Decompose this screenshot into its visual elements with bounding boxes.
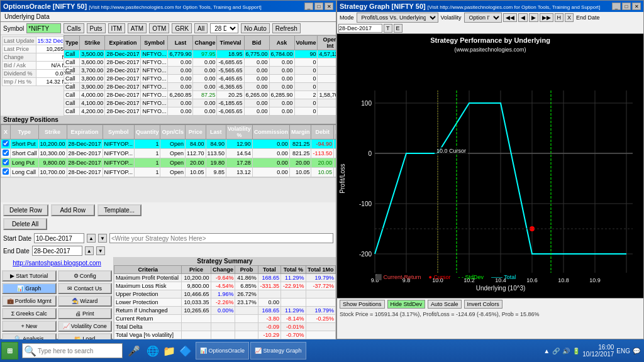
strat-margin: 821.25	[289, 149, 311, 158]
strat-x[interactable]	[1, 168, 11, 177]
taskbar: ⊞ 🔍 🎤 🌐 📁 🔷 📊 OptionsOracle 📈 Strategy G…	[0, 339, 644, 362]
grk-tab[interactable]: GRK	[172, 23, 192, 33]
start-date-up[interactable]: ▲	[87, 234, 96, 243]
start-date-input[interactable]	[34, 233, 84, 243]
url-link[interactable]: http://santoshpasi.blogspot.com	[1, 257, 113, 269]
new-button[interactable]: + New	[2, 321, 57, 332]
opt-openint: 0	[318, 58, 336, 67]
h-button[interactable]: H	[555, 13, 564, 22]
options-table-row[interactable]: Call 3,800.00 28-Dec-2017 NFTYO... 0.00 …	[64, 75, 336, 83]
invert-colors-button[interactable]: Invert Colors	[464, 300, 502, 309]
col-expiration: Expiration	[105, 36, 141, 50]
delete-all-button[interactable]: Delete All	[3, 218, 47, 230]
strat-x[interactable]	[1, 149, 11, 158]
config-button[interactable]: ⚙ Config	[58, 270, 113, 282]
atm-tab[interactable]: ATM	[128, 23, 147, 33]
start-tutorial-button[interactable]: ▶ Start Tutorial	[2, 270, 57, 282]
greeks-calc-button[interactable]: Σ Greeks Calc	[2, 308, 57, 319]
strat-x[interactable]	[1, 140, 11, 149]
end-date-up[interactable]: ▲	[85, 246, 94, 255]
prev-button[interactable]: ◀	[518, 13, 528, 22]
add-row-button[interactable]: Add Row	[51, 204, 95, 216]
summary-table-row: Maximum Profit Potential 10,200.00 -9.64…	[114, 274, 336, 282]
options-table-row[interactable]: Call 3,900.00 28-Dec-2017 NFTYO... 0.00 …	[64, 83, 336, 91]
opt-expiration: 28-Dec-2017	[105, 83, 141, 91]
taskbar-up-icon[interactable]: ▲	[543, 348, 550, 354]
forward-button[interactable]: ▶▶	[540, 13, 553, 22]
refresh-button[interactable]: Refresh	[272, 23, 301, 33]
taskbar-store-icon[interactable]: 🔷	[178, 343, 193, 358]
strategy-table-row[interactable]: Long Call 10,700.00 28-Dec-2017 NIFTYOP.…	[1, 168, 336, 177]
right-restore-button[interactable]: □	[622, 3, 631, 10]
minimize-button[interactable]: _	[304, 3, 313, 10]
otm-tab[interactable]: OTM	[149, 23, 169, 33]
start-date-down[interactable]: ▼	[98, 234, 107, 243]
taskbar-volume-icon[interactable]: 🔊	[562, 348, 570, 354]
sum-prob	[235, 331, 258, 339]
sum-col-total1mo: Total 1Mo	[306, 266, 335, 274]
taskbar-options-oracle-app[interactable]: 📊 OptionsOracle	[196, 342, 249, 359]
date-select[interactable]: 28 Dec25 Jan22 Feb29 Mar26 Jun27 Dec	[210, 23, 238, 33]
graph-icon: 📊	[17, 285, 24, 292]
right-minimize-button[interactable]: _	[612, 3, 621, 10]
hide-stddev-button[interactable]: Hide StdDev	[387, 300, 426, 309]
right-close-button[interactable]: ✕	[632, 3, 641, 10]
print-button[interactable]: 🖨 Print	[58, 308, 113, 319]
template-button[interactable]: Template...	[97, 204, 142, 216]
calls-tab[interactable]: Calls	[64, 23, 84, 33]
end-date-down[interactable]: ▼	[96, 246, 105, 255]
svg-text:0: 0	[368, 150, 372, 157]
col-sym2: Symbol	[103, 125, 134, 140]
no-auto-button[interactable]: No Auto	[241, 23, 270, 33]
taskbar-ie-icon[interactable]: 🌐	[145, 343, 160, 358]
col-vol: Volatility %	[226, 125, 253, 140]
options-table-row[interactable]: Call 3,700.00 28-Dec-2017 NFTYO... 0.00 …	[64, 67, 336, 75]
rewind-button[interactable]: ◀◀	[503, 13, 517, 22]
maximize-button[interactable]: □	[314, 3, 323, 10]
taskbar-folder-icon[interactable]: 📁	[162, 343, 177, 358]
delete-row-button[interactable]: Delete Row	[3, 204, 48, 216]
auto-scale-button[interactable]: Auto Scale	[428, 300, 462, 309]
taskbar-notification-icon[interactable]: 💬	[633, 348, 640, 354]
strategy-table-row[interactable]: Short Put 10,200.00 28-Dec-2017 NIFTYOP.…	[1, 140, 336, 149]
puts-tab[interactable]: Puts	[87, 23, 106, 33]
sum-change: 1.96%	[211, 290, 235, 299]
strategy-table-container: X Type Strike Expiration Symbol Quantity…	[1, 124, 336, 177]
microphone-icon[interactable]: 🎤	[125, 345, 143, 357]
options-table-row[interactable]: Call 3,600.00 28-Dec-2017 NFTYO... 0.00 …	[64, 58, 336, 67]
end-date-input[interactable]	[32, 246, 82, 256]
itm-tab[interactable]: ITM	[108, 23, 125, 33]
options-table-row[interactable]: Call 4,100.00 28-Dec-2017 NFTYO... 0.00 …	[64, 99, 336, 107]
cursor-legend: ● Cursor	[429, 274, 451, 280]
t-button[interactable]: T	[384, 24, 392, 33]
options-table-row[interactable]: Call 4,200.00 28-Dec-2017 NFTYO... 0.00 …	[64, 107, 336, 116]
volatility-cone-button[interactable]: 📈 Volatility Cone	[58, 321, 113, 332]
strategy-table-row[interactable]: Long Put 9,800.00 28-Dec-2017 NIFTYOP...…	[1, 158, 336, 168]
search-input[interactable]	[38, 348, 113, 354]
taskbar-strategy-graph-app[interactable]: 📈 Strategy Graph	[250, 342, 306, 359]
start-button[interactable]: ⊞	[1, 342, 18, 359]
opt-bid: 0.00	[244, 83, 269, 91]
sum-totalpct: -22.91%	[281, 282, 306, 290]
e-button[interactable]: E	[394, 24, 402, 33]
menu-underlying-data[interactable]: Underlying Data	[2, 13, 52, 21]
strategy-notes-input[interactable]	[109, 233, 333, 243]
contact-us-button[interactable]: ✉ Contact Us	[58, 283, 113, 294]
next-button[interactable]: ▶	[529, 13, 538, 22]
show-positions-button[interactable]: Show Positions	[340, 300, 385, 309]
mode-select[interactable]: Profit/Loss Vs. Underlying	[357, 13, 438, 23]
sum-price	[182, 323, 211, 331]
symbol-input[interactable]	[26, 23, 61, 33]
close-button[interactable]: ✕	[325, 3, 333, 10]
options-table-row[interactable]: Call 4,000.00 28-Dec-2017 NFTYO... 6,260…	[64, 91, 336, 99]
graph-end-date-input[interactable]	[338, 24, 382, 33]
graph-button[interactable]: 📊 Graph	[2, 283, 57, 294]
strategy-table-row[interactable]: Short Call 10,300.00 28-Dec-2017 NIFTYOP…	[1, 149, 336, 158]
strat-x[interactable]	[1, 158, 11, 168]
x-button[interactable]: X	[565, 13, 574, 22]
options-table-row[interactable]: Call 3,500.00 28-Dec-2017 NFTYO... 6,779…	[64, 50, 336, 58]
all-tab[interactable]: All	[194, 23, 208, 33]
portfolio-mgmt-button[interactable]: 💼 Portfolio Mgmt	[2, 295, 57, 307]
wizard-button[interactable]: 🧙 Wizard	[58, 295, 113, 307]
volatility-select[interactable]: Option IV	[464, 13, 502, 23]
